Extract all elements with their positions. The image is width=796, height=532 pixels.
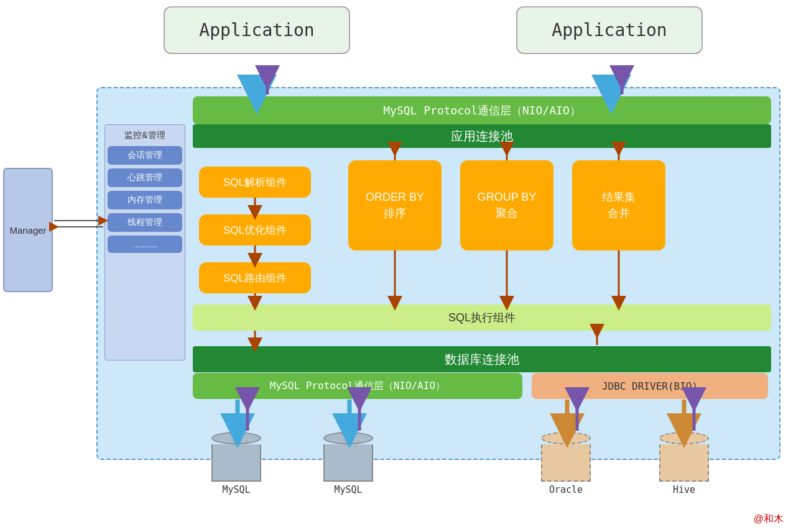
cylinder-label-mysql2: MySQL [334, 484, 362, 495]
app-box-left: Application [164, 6, 350, 54]
group-by-line1: GROUP BY [478, 190, 537, 205]
db-mysql2: MySQL [323, 432, 373, 495]
monitor-item-dots: .......... [108, 236, 182, 253]
cylinder-body-mysql1 [211, 444, 261, 482]
result-merge-box: 结果集 合并 [572, 160, 665, 250]
order-by-box: ORDER BY 排序 [348, 160, 442, 250]
cylinder-body-mysql2 [323, 444, 373, 482]
cylinder-label-oracle: Oracle [549, 484, 583, 495]
db-connection-pool: 数据库连接池 [193, 346, 771, 372]
sql-optimize-box: SQL优化组件 [199, 214, 311, 245]
sql-optimize-label: SQL优化组件 [223, 223, 287, 237]
app-connection-pool: 应用连接池 [193, 124, 771, 148]
sql-parse-box: SQL解析组件 [199, 167, 311, 198]
monitor-item-session: 会话管理 [108, 146, 182, 165]
cylinder-label-hive: Hive [673, 484, 695, 495]
order-by-line2: 排序 [384, 206, 406, 221]
app-label-left: Application [199, 20, 314, 40]
monitor-panel: 监控&管理 会话管理 心跳管理 内存管理 线程管理 .......... [104, 124, 185, 360]
db-hive: Hive [659, 432, 709, 495]
mysql-protocol-bottom: MySQL Protocol通信层（NIO/AIO） [193, 373, 522, 399]
sql-execution-label: SQL执行组件 [448, 310, 516, 325]
monitor-item-memory: 内存管理 [108, 191, 182, 209]
app-box-right: Application [516, 6, 703, 54]
monitor-item-heartbeat: 心跳管理 [108, 168, 182, 187]
order-by-line1: ORDER BY [366, 190, 424, 205]
db-mysql1: MySQL [211, 432, 261, 495]
cylinder-top-oracle [541, 432, 591, 444]
sql-route-box: SQL路由组件 [199, 262, 311, 293]
cylinder-top-mysql1 [211, 432, 261, 444]
mysql-protocol-top-label: MySQL Protocol通信层（NIO/AIO） [383, 103, 581, 118]
app-label-right: Application [552, 20, 667, 40]
group-by-box: GROUP BY 聚合 [460, 160, 553, 250]
jdbc-driver-box: JDBC DRIVER(BIO) [532, 373, 768, 399]
manager-box: Manager [3, 168, 53, 292]
sql-parse-label: SQL解析组件 [223, 175, 287, 190]
db-connection-pool-label: 数据库连接池 [445, 351, 519, 368]
mysql-protocol-bottom-label: MySQL Protocol通信层（NIO/AIO） [270, 380, 445, 393]
watermark: @和木 [754, 513, 784, 526]
cylinder-top-hive [659, 432, 709, 444]
result-merge-line2: 合并 [608, 206, 630, 221]
monitor-item-thread: 线程管理 [108, 213, 182, 232]
diagram-container: Application Application Manager 监控&管理 会话… [0, 0, 796, 532]
sql-execution-box: SQL执行组件 [193, 305, 771, 331]
jdbc-driver-label: JDBC DRIVER(BIO) [602, 380, 698, 392]
cylinder-body-hive [659, 444, 709, 482]
mysql-protocol-top: MySQL Protocol通信层（NIO/AIO） [193, 96, 771, 124]
db-oracle: Oracle [541, 432, 591, 495]
group-by-line2: 聚合 [496, 206, 518, 221]
cylinder-label-mysql1: MySQL [222, 484, 250, 495]
app-connection-pool-label: 应用连接池 [451, 128, 513, 145]
monitor-title: 监控&管理 [108, 130, 182, 141]
result-merge-line1: 结果集 [602, 190, 636, 205]
cylinder-top-mysql2 [323, 432, 373, 444]
cylinder-body-oracle [541, 444, 591, 482]
manager-label: Manager [9, 225, 46, 236]
sql-route-label: SQL路由组件 [223, 271, 287, 285]
